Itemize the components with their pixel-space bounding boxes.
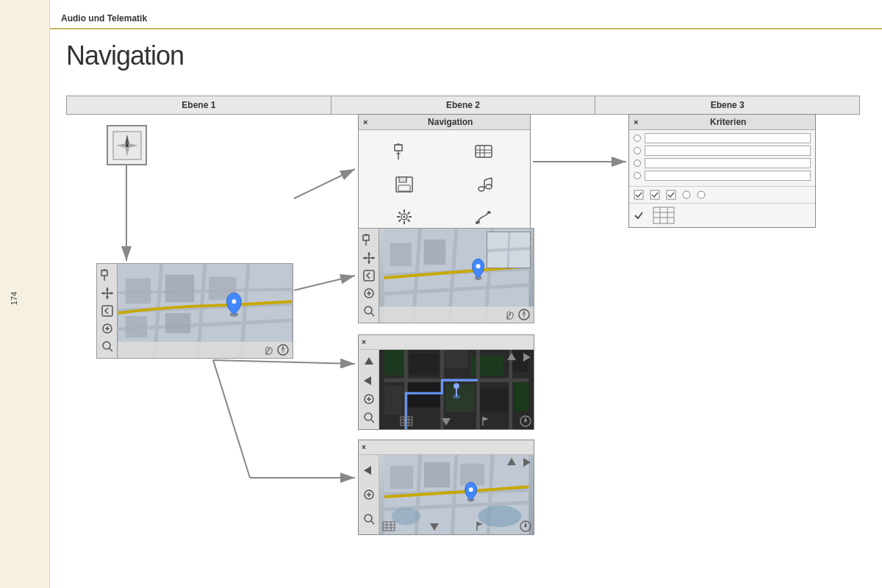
kriterien-input-4[interactable] (645, 171, 811, 181)
compass-icon-sm[interactable] (276, 343, 290, 356)
search-2c[interactable] (362, 512, 376, 526)
right-btn-2c[interactable] (520, 456, 532, 468)
flag-icon-2c[interactable] (474, 520, 486, 532)
compass-icon (112, 131, 142, 160)
radio-opt-2[interactable] (697, 190, 706, 199)
confirm-check[interactable] (634, 210, 644, 220)
up-arrow-2b[interactable] (362, 356, 376, 369)
down-btn-2b[interactable] (440, 415, 452, 427)
map-icon-2c[interactable] (382, 521, 395, 531)
level-header-2: Ebene 2 (331, 96, 596, 114)
map-main-level2a (379, 228, 534, 323)
svg-marker-85 (363, 257, 366, 259)
save-icon (395, 176, 414, 193)
svg-point-165 (469, 487, 473, 492)
nav-item-route[interactable] (445, 136, 525, 168)
hand-icon-2a[interactable] (503, 309, 514, 320)
compass-2b[interactable] (519, 415, 532, 428)
svg-point-34 (476, 221, 478, 224)
page-title: Navigation (66, 40, 184, 71)
zoom-in-icon-sm[interactable] (101, 322, 114, 335)
kriterien-input-2[interactable] (645, 146, 811, 156)
compass-2c[interactable] (519, 520, 532, 533)
kriterien-input-1[interactable] (645, 133, 811, 143)
left-arrow-2c[interactable] (362, 464, 376, 477)
svg-point-35 (487, 211, 490, 214)
close-btn-2b[interactable]: × (362, 338, 366, 346)
radio-3[interactable] (634, 159, 641, 167)
destination-icon-sm[interactable] (100, 269, 115, 282)
down-btn-2c[interactable] (429, 520, 440, 532)
svg-rect-119 (442, 350, 467, 368)
back-icon-2a[interactable] (362, 269, 376, 282)
svg-marker-175 (477, 522, 483, 526)
map-grid-icon[interactable] (653, 207, 675, 224)
nav-menu-panel: × Navigation (358, 114, 531, 240)
svg-point-39 (683, 191, 690, 198)
svg-marker-54 (110, 292, 113, 295)
zoom-in-2c[interactable] (362, 488, 376, 501)
checkbox-1[interactable] (634, 190, 644, 200)
svg-point-40 (698, 191, 705, 198)
checkbox-2[interactable] (650, 190, 660, 200)
svg-rect-17 (398, 185, 410, 191)
kriterien-input-3[interactable] (645, 158, 811, 168)
nav-item-destination[interactable] (365, 136, 445, 168)
route-icon (474, 143, 495, 161)
map-icon-2b[interactable] (400, 416, 413, 426)
kriterien-title-bar: × Kriterien (629, 115, 815, 130)
svg-rect-16 (399, 177, 406, 182)
radio-opt-1[interactable] (682, 190, 691, 199)
radio-2[interactable] (634, 147, 641, 154)
svg-point-21 (486, 184, 492, 189)
move-icon-2a[interactable] (362, 251, 376, 265)
hand-icon[interactable] (262, 344, 273, 356)
right-btn-2b[interactable] (520, 351, 532, 363)
svg-rect-137 (401, 417, 412, 426)
svg-rect-37 (650, 190, 659, 199)
map-bottom-bar-l1 (118, 342, 293, 358)
kriterien-panel: × Kriterien (628, 114, 816, 228)
search-icon-sm[interactable] (101, 340, 114, 353)
svg-line-60 (110, 348, 112, 351)
nav-item-audio[interactable] (445, 168, 525, 201)
destination-icon (394, 143, 415, 161)
map-panel-level2b: × (358, 334, 534, 430)
compass-2a[interactable] (517, 308, 531, 321)
svg-rect-69 (165, 275, 194, 302)
svg-point-59 (103, 342, 110, 349)
level-header-1: Ebene 1 (67, 96, 331, 114)
checkbox-3[interactable] (666, 190, 676, 200)
zoom-in-2b[interactable] (362, 392, 376, 406)
svg-marker-86 (372, 257, 375, 259)
svg-marker-110 (364, 376, 371, 385)
back-icon-sm[interactable] (101, 304, 114, 318)
up-btn-2b[interactable] (506, 351, 517, 363)
svg-rect-159 (390, 466, 413, 489)
svg-rect-126 (514, 382, 529, 411)
kriterien-rows (629, 130, 815, 186)
svg-point-19 (478, 187, 484, 191)
flag-icon-2b[interactable] (480, 415, 492, 427)
kriterien-title: Kriterien (645, 117, 811, 127)
search-2b[interactable] (362, 411, 376, 424)
left-arrow-2b[interactable] (362, 374, 376, 387)
svg-line-181 (294, 276, 355, 290)
svg-rect-168 (383, 522, 395, 531)
nav-menu-close[interactable]: × (363, 118, 368, 126)
kriterien-close[interactable]: × (634, 118, 638, 126)
search-2a[interactable] (362, 304, 376, 318)
svg-rect-99 (390, 243, 412, 267)
dest-icon-2a[interactable] (362, 234, 376, 247)
up-btn-2c[interactable] (506, 456, 517, 468)
radio-4[interactable] (634, 172, 641, 179)
nav-item-save[interactable] (365, 168, 445, 201)
page-number: 174 (10, 292, 18, 305)
compass-widget[interactable] (107, 125, 147, 165)
move-icon-sm[interactable] (101, 287, 114, 300)
svg-marker-84 (368, 261, 370, 264)
svg-line-182 (213, 360, 355, 364)
close-btn-2c[interactable]: × (362, 443, 366, 451)
zoom-in-2a[interactable] (362, 287, 376, 300)
radio-1[interactable] (634, 135, 641, 142)
